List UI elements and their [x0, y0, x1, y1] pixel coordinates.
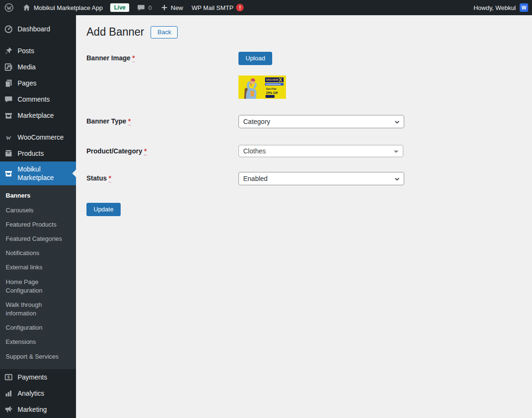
submenu-item-walk-through-information[interactable]: Walk through information	[0, 298, 57, 321]
required-asterisk: *	[109, 174, 111, 182]
comments-icon	[4, 95, 13, 104]
sidebar-item-payments[interactable]: $ Payments	[0, 369, 76, 385]
products-box-icon	[4, 149, 13, 158]
upload-button[interactable]: Upload	[238, 52, 272, 65]
banner-type-select[interactable]: Category	[238, 115, 404, 128]
admin-bar-left: Mobikul Marketplace App Live 0 New WP Ma…	[0, 0, 248, 15]
storefront-icon	[4, 169, 13, 178]
sidebar-item-label: Marketplace	[18, 111, 54, 120]
site-name: Mobikul Marketplace App	[34, 4, 103, 11]
sidebar-item-woocommerce[interactable]: w WooCommerce	[0, 129, 76, 145]
main-content: Add Banner Back Banner Image* Upload EXC…	[76, 15, 532, 418]
bar-chart-icon	[4, 389, 13, 398]
field-label-text: Banner Type	[86, 117, 126, 125]
new-content-menu[interactable]: New	[156, 0, 188, 15]
required-asterisk: *	[128, 117, 131, 125]
status-value: Enabled	[243, 175, 267, 182]
page-title: Add Banner	[86, 25, 144, 39]
svg-text:$: $	[7, 375, 10, 380]
submenu-item-featured-products[interactable]: Featured Products	[0, 218, 76, 232]
site-menu[interactable]: Mobikul Marketplace App	[18, 0, 107, 15]
media-icon	[4, 62, 13, 72]
status-select[interactable]: Enabled	[238, 172, 404, 185]
banner-type-value: Category	[243, 118, 270, 125]
banner-type-label: Banner Type*	[86, 115, 238, 125]
submenu-item-home-page-configuration[interactable]: Home Page Configuration	[0, 275, 62, 298]
sidebar-item-label: Media	[18, 63, 36, 71]
status-row: Status* Enabled	[86, 172, 522, 185]
sidebar-item-label: Mobikul Marketplace	[18, 165, 72, 182]
sidebar-item-dashboard[interactable]: Dashboard	[0, 21, 76, 37]
field-label-text: Banner Image	[86, 54, 131, 62]
sidebar-item-comments[interactable]: Comments	[0, 91, 76, 107]
sidebar-item-marketing[interactable]: Marketing	[0, 401, 76, 418]
sidebar-item-media[interactable]: Media	[0, 59, 76, 75]
required-asterisk: *	[133, 54, 135, 62]
banner-badge-x: X	[279, 77, 282, 82]
submenu-item-support-services[interactable]: Support & Services	[0, 350, 76, 364]
banner-type-row: Banner Type* Category	[86, 115, 522, 128]
admin-bar: Mobikul Marketplace App Live 0 New WP Ma…	[0, 0, 532, 15]
dashboard-icon	[4, 24, 13, 34]
chevron-down-icon	[393, 118, 401, 127]
howdy-label: Howdy, Webkul	[474, 4, 516, 11]
payments-icon: $	[4, 372, 13, 382]
sidebar-item-pages[interactable]: Pages	[0, 75, 76, 91]
comment-bubble-icon	[137, 3, 145, 12]
submenu-item-featured-categories[interactable]: Featured Categories	[0, 232, 76, 246]
banner-image-label: Banner Image*	[86, 52, 238, 62]
wordpress-logo-icon[interactable]	[0, 0, 18, 15]
submenu-item-extensions[interactable]: Extensions	[0, 335, 76, 349]
sidebar-item-label: Comments	[18, 95, 50, 104]
banner-badge-text: EXCLUSIVE	[266, 79, 279, 81]
product-category-label: Product/Category*	[86, 145, 238, 155]
field-label-text: Product/Category	[86, 147, 142, 155]
sidebar-item-mobikul-marketplace[interactable]: Mobikul Marketplace	[0, 162, 76, 185]
mobikul-submenu: Banners Carousels Featured Products Feat…	[0, 185, 76, 369]
status-label: Status*	[86, 172, 238, 182]
field-label-text: Status	[86, 174, 107, 182]
chevron-down-icon	[393, 175, 401, 184]
submenu-item-carousels[interactable]: Carousels	[0, 203, 76, 218]
wp-mail-smtp-menu[interactable]: WP Mail SMTP !	[188, 0, 248, 15]
sidebar-item-label: Pages	[18, 79, 37, 87]
svg-text:w: w	[6, 133, 11, 141]
home-icon	[22, 3, 31, 12]
avatar: W	[520, 3, 528, 12]
storefront-icon	[4, 111, 13, 120]
banner-image-row: Banner Image* Upload EXCLUSIVE X Get Fla…	[86, 52, 522, 99]
product-category-value: Clothes	[243, 147, 266, 155]
comments-count: 0	[148, 4, 152, 11]
smtp-label: WP Mail SMTP	[192, 4, 234, 11]
sidebar-item-label: Analytics	[18, 389, 44, 398]
sidebar: Dashboard Posts Media Pages	[0, 15, 76, 418]
megaphone-icon	[4, 405, 13, 414]
sidebar-item-analytics[interactable]: Analytics	[0, 385, 76, 401]
submenu-item-external-links[interactable]: External links	[0, 260, 76, 275]
update-button[interactable]: Update	[86, 203, 121, 216]
sidebar-item-label: Dashboard	[18, 25, 50, 33]
required-asterisk: *	[144, 147, 146, 155]
product-category-select[interactable]: Clothes	[238, 145, 403, 157]
sidebar-item-marketplace[interactable]: Marketplace	[0, 107, 76, 124]
submenu-item-banners[interactable]: Banners	[0, 189, 76, 203]
product-category-row: Product/Category* Clothes	[86, 145, 522, 157]
sidebar-item-label: Posts	[18, 47, 34, 55]
plus-icon	[161, 4, 168, 11]
sidebar-item-posts[interactable]: Posts	[0, 43, 76, 59]
admin-bar-right: Howdy, Webkul W	[470, 0, 532, 15]
submenu-item-configuration[interactable]: Configuration	[0, 321, 76, 335]
sidebar-item-label: Products	[18, 149, 44, 158]
sidebar-item-label: Marketing	[18, 405, 47, 414]
comments-shortcut[interactable]: 0	[133, 0, 156, 15]
banner-offer-line2: 25% Off	[266, 91, 278, 94]
banner-preview-image: EXCLUSIVE X Get Flat 25% Off	[238, 76, 286, 99]
sidebar-item-label: WooCommerce	[18, 133, 64, 142]
pushpin-icon	[4, 46, 13, 56]
user-account-menu[interactable]: Howdy, Webkul W	[470, 3, 532, 12]
back-button[interactable]: Back	[151, 26, 178, 38]
sidebar-item-products[interactable]: Products	[0, 145, 76, 162]
banner-image-control: Upload EXCLUSIVE X Get Flat 25% Off	[238, 52, 286, 99]
submenu-item-notifications[interactable]: Notifications	[0, 246, 76, 260]
banner-offer-line1: Get Flat	[266, 87, 276, 90]
